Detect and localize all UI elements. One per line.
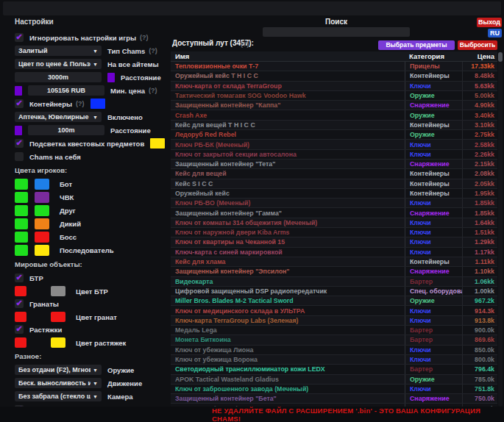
language-button[interactable]: RU [488, 29, 502, 37]
table-row[interactable]: Кейс для хламаКонтейнеры1.11kk [171, 257, 497, 267]
table-row[interactable]: Ключ от убежища ВоронаКлючи800.0k [171, 355, 497, 365]
world-type-color-swatch[interactable] [51, 286, 65, 296]
table-row[interactable]: Ключ-карта от склада TerraGroupКлючи5.63… [171, 82, 497, 91]
setting-color-mode-row: Цвет по цене & Пользователь ▼ На все айт… [15, 59, 166, 69]
containers-checkbox[interactable]: ✔ [15, 99, 24, 108]
item-name: Кейс для вещей T H I C C [171, 121, 405, 129]
item-price: 796.4k [462, 365, 497, 373]
table-row[interactable]: Оружейный кейс T H I C CКонтейнеры8.48kk [171, 71, 497, 81]
table-row[interactable]: Ключ от убежища ЛионаКлючи850.0k [171, 346, 497, 355]
player-visible-color-swatch[interactable] [15, 179, 28, 190]
drop-all-button[interactable]: Выбросить все [458, 40, 497, 50]
item-name: Кейс для вещей [171, 170, 405, 177]
distance-color-swatch[interactable] [107, 73, 115, 82]
containers-distance-color-swatch[interactable] [15, 126, 22, 135]
table-row[interactable]: Оружейный кейсКонтейнеры1.95kk [171, 189, 497, 199]
world-object-checkbox[interactable]: ✔ [15, 299, 24, 308]
item-name: Ледоруб Red Rebel [171, 131, 405, 138]
player-visible-color-swatch[interactable] [15, 218, 28, 229]
table-row[interactable]: Защищенный контейнер "Каппа"Снаряжение4.… [171, 101, 497, 110]
table-row[interactable]: Кейс для вещей T H I C CКонтейнеры3.10kk [171, 121, 497, 130]
column-header-price[interactable]: Цена [462, 52, 497, 60]
select-kappa-items-button[interactable]: Выбрать предметы каппа [378, 40, 455, 50]
table-row[interactable]: Ключ от наружной двери Kiba ArmsКлючи1.5… [171, 228, 497, 237]
table-row[interactable]: Тактический томагавк SOG Voodoo HawkОруж… [171, 91, 497, 101]
color-mode-dropdown[interactable]: Цвет по цене & Пользователь ▼ [15, 59, 102, 69]
misc-dropdown[interactable]: Без отдачи (F2), Мгновенное п▼ [15, 365, 102, 375]
table-row[interactable]: Защищенный контейнер "Бета"Снаряжение750… [171, 394, 497, 404]
column-header-name[interactable]: Имя [171, 52, 405, 60]
misc-dropdowns: Без отдачи (F2), Мгновенное п▼ОружиеБеск… [15, 365, 166, 401]
misc-dropdown[interactable]: Беск. выносливость и нет уста▼ [15, 378, 102, 388]
table-row[interactable]: Ключ от комнаты 314 общежития (Меченый)К… [171, 218, 497, 228]
quest-highlight-checkbox[interactable]: ✔ [15, 139, 24, 148]
table-row[interactable]: Монета БиткоинаБартер869.6k [171, 335, 497, 345]
table-row[interactable]: Цифровой защищенный DSP радиопередатчикС… [171, 287, 497, 296]
column-header-category[interactable]: Категория [405, 52, 462, 60]
self-chams-checkbox[interactable] [15, 152, 24, 161]
containers-color-swatch[interactable] [90, 99, 105, 109]
world-visible-color-swatch[interactable] [15, 337, 26, 348]
table-row[interactable]: Защищенный контейнер "Эпсилон"Снаряжение… [171, 267, 497, 276]
scrollbar-thumb[interactable] [498, 52, 503, 62]
table-row[interactable]: Ключ от закрытой секции автосалонаКлючи2… [171, 150, 497, 160]
table-row[interactable]: Кейс для вещейКонтейнеры2.08kk [171, 169, 497, 179]
table-row[interactable]: Ключ-карта TerraGroup Labs (Зеленая)Ключ… [171, 316, 497, 326]
table-row[interactable]: APOK Tactical Wasteland GladiusОружие785… [171, 375, 497, 385]
misc-dropdown-label: Оружие [107, 366, 134, 374]
table-row[interactable]: Crash AxeОружие3.40kk [171, 110, 497, 120]
ignore-game-checkbox[interactable]: ✔ [15, 33, 24, 42]
help-icon[interactable]: (?) [149, 47, 157, 54]
player-type-color-swatch[interactable] [35, 205, 49, 216]
containers-distance-input[interactable] [28, 125, 104, 135]
table-row[interactable]: Ключ от заброшенного завода (Меченый)Клю… [171, 385, 497, 394]
world-type-color-swatch[interactable] [51, 337, 65, 348]
table-row[interactable]: Медаль LegaБартер900.0k [171, 326, 497, 335]
distance-input[interactable] [15, 72, 102, 82]
world-visible-color-swatch[interactable] [15, 286, 26, 296]
player-type-color-swatch[interactable] [35, 245, 49, 256]
item-name: Ключ от наружной двери Kiba Arms [171, 229, 405, 236]
chevron-down-icon: ▼ [93, 115, 98, 120]
containers-filter-dropdown[interactable]: Аптечка, Ювелирные и... ▼ [15, 112, 102, 122]
player-type-color-swatch[interactable] [35, 179, 49, 190]
world-object-checkbox[interactable]: ✔ [15, 273, 24, 282]
min-price-color-swatch[interactable] [15, 86, 22, 96]
table-row[interactable]: Ключ РБ-ВО (Меченый)Ключи1.85kk [171, 199, 497, 208]
help-icon[interactable]: (?) [76, 100, 85, 107]
table-row[interactable]: Тепловизионные очки Т-7Прицелы17.33kk [171, 62, 497, 71]
min-price-input[interactable] [28, 85, 104, 96]
player-type-color-swatch[interactable] [35, 192, 49, 203]
world-type-color-swatch[interactable] [51, 312, 65, 322]
help-icon[interactable]: (?) [149, 87, 157, 94]
table-row[interactable]: Кейс S I C CКонтейнеры2.05kk [171, 179, 497, 189]
misc-dropdown[interactable]: Без забрала (стекло шлема)▼ [15, 391, 102, 401]
table-row[interactable]: Ключ-карта с синей маркировкойКлючи1.17k… [171, 248, 497, 257]
item-category: Снаряжение [405, 394, 462, 403]
table-row[interactable]: Ключ от медицинского склада в УЛЬТРАКлюч… [171, 306, 497, 315]
player-type-color-swatch[interactable] [35, 218, 49, 229]
quest-color-swatch[interactable] [150, 138, 165, 149]
table-row[interactable]: Светодиодный трансиллюминатор кожи LEDXБ… [171, 365, 497, 374]
player-visible-color-swatch[interactable] [15, 192, 28, 203]
player-visible-color-swatch[interactable] [15, 205, 28, 216]
table-row[interactable]: Miller Bros. Blades M-2 Tactical SwordОр… [171, 296, 497, 306]
item-name: Защищенный контейнер "Тета" [171, 160, 405, 168]
table-row[interactable]: Ключ от квартиры на Чеканной 15Ключи1.29… [171, 237, 497, 247]
table-row[interactable]: ВидеокартаБартер1.06kk [171, 277, 497, 287]
world-object-checkbox[interactable]: ✔ [15, 325, 24, 334]
search-input[interactable] [263, 27, 410, 37]
help-icon[interactable]: (?) [140, 34, 149, 41]
player-visible-color-swatch[interactable] [15, 245, 28, 256]
table-row[interactable]: Защищенный контейнер "Гамма"Снаряжение1.… [171, 208, 497, 218]
table-row[interactable]: Ключ РБ-БК (Меченый)Ключи2.58kk [171, 140, 497, 149]
table-row[interactable]: Ледоруб Red RebelОружие2.75kk [171, 130, 497, 140]
world-visible-color-swatch[interactable] [15, 312, 26, 322]
table-row[interactable]: Защищенный контейнер "Тета"Снаряжение2.1… [171, 160, 497, 169]
chams-type-dropdown[interactable]: Залитый ▼ [15, 46, 102, 56]
player-visible-color-swatch[interactable] [15, 232, 28, 243]
exit-button[interactable]: Выход [477, 18, 502, 27]
table-scrollbar[interactable] [498, 51, 503, 407]
player-type-color-swatch[interactable] [35, 232, 49, 243]
help-icon[interactable]: (?) [241, 40, 249, 48]
